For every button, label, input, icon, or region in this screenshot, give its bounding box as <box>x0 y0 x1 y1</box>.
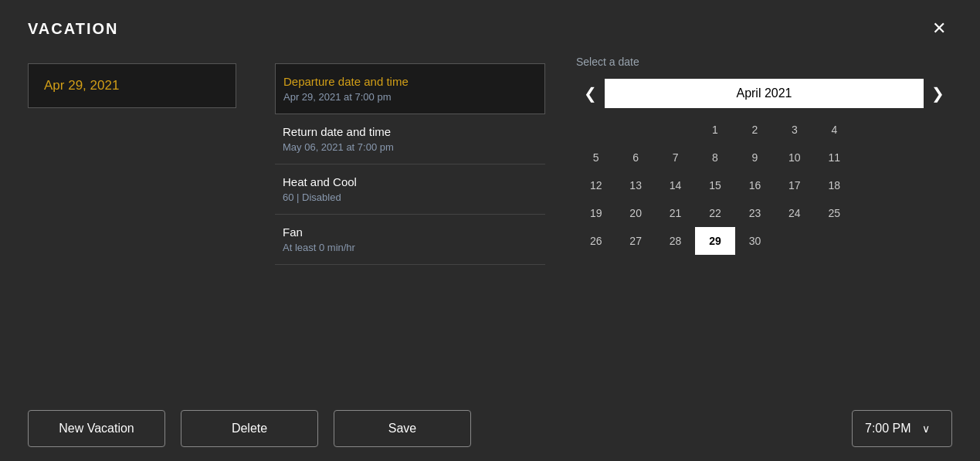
page-title: VACATION <box>28 20 118 38</box>
calendar-day[interactable]: 11 <box>815 144 854 171</box>
return-label: Return date and time <box>283 125 537 138</box>
calendar-day[interactable]: 20 <box>615 199 655 227</box>
app-container: VACATION ✕ Apr 29, 2021 Departure date a… <box>0 0 980 461</box>
calendar-day[interactable]: 8 <box>695 144 734 171</box>
calendar-day[interactable]: 1 <box>695 116 734 144</box>
calendar-day[interactable]: 2 <box>735 116 775 144</box>
heat-cool-label: Heat and Cool <box>283 175 537 188</box>
save-button[interactable]: Save <box>334 410 471 447</box>
calendar-day[interactable]: 30 <box>735 227 775 255</box>
heat-cool-item[interactable]: Heat and Cool 60 | Disabled <box>275 164 545 215</box>
calendar-day[interactable]: 22 <box>695 199 734 227</box>
return-value: May 06, 2021 at 7:00 pm <box>283 141 537 153</box>
time-value: 7:00 PM <box>865 422 911 436</box>
month-display: April 2021 <box>605 79 924 108</box>
footer: New Vacation Delete Save 7:00 PM ∨ <box>0 396 980 461</box>
calendar-day[interactable]: 16 <box>735 171 775 199</box>
return-item[interactable]: Return date and time May 06, 2021 at 7:0… <box>275 114 545 164</box>
calendar-day[interactable]: 21 <box>656 199 695 227</box>
calendar-day <box>576 116 615 144</box>
next-month-button[interactable]: ❯ <box>924 81 952 106</box>
calendar-day[interactable]: 12 <box>576 171 615 199</box>
calendar-day[interactable]: 13 <box>615 171 655 199</box>
calendar-day[interactable]: 29 <box>695 227 734 255</box>
header: VACATION ✕ <box>0 0 980 48</box>
calendar-day[interactable]: 15 <box>695 171 734 199</box>
departure-value: Apr 29, 2021 at 7:00 pm <box>283 91 537 103</box>
fan-value: At least 0 min/hr <box>283 242 537 253</box>
calendar-panel: Select a date ❮ April 2021 ❯ 12345678910… <box>545 56 952 396</box>
calendar-day[interactable]: 24 <box>775 199 814 227</box>
calendar-nav: ❮ April 2021 ❯ <box>576 79 952 108</box>
calendar-day[interactable]: 10 <box>775 144 814 171</box>
calendar-day <box>656 116 695 144</box>
fan-item[interactable]: Fan At least 0 min/hr <box>275 215 545 265</box>
prev-month-button[interactable]: ❮ <box>576 81 605 106</box>
chevron-down-icon: ∨ <box>922 422 930 435</box>
calendar-day[interactable]: 9 <box>735 144 775 171</box>
calendar-day[interactable]: 26 <box>576 227 615 255</box>
calendar-day[interactable]: 5 <box>576 144 615 171</box>
calendar-day <box>775 227 814 255</box>
close-button[interactable]: ✕ <box>926 17 952 40</box>
heat-cool-value: 60 | Disabled <box>283 192 537 203</box>
calendar-day[interactable]: 18 <box>815 171 854 199</box>
calendar-day <box>615 116 655 144</box>
selected-date-box[interactable]: Apr 29, 2021 <box>28 63 236 108</box>
calendar-day[interactable]: 23 <box>735 199 775 227</box>
select-date-label: Select a date <box>576 56 952 68</box>
calendar-day[interactable]: 28 <box>656 227 695 255</box>
middle-panel: Departure date and time Apr 29, 2021 at … <box>267 56 545 396</box>
calendar-day[interactable]: 17 <box>775 171 814 199</box>
calendar-day[interactable]: 3 <box>775 116 814 144</box>
departure-label: Departure date and time <box>283 75 537 88</box>
calendar-day[interactable]: 4 <box>815 116 854 144</box>
calendar-day[interactable]: 14 <box>656 171 695 199</box>
calendar-day[interactable]: 7 <box>656 144 695 171</box>
calendar-day[interactable]: 27 <box>615 227 655 255</box>
departure-item[interactable]: Departure date and time Apr 29, 2021 at … <box>275 63 545 114</box>
new-vacation-button[interactable]: New Vacation <box>28 410 165 447</box>
fan-label: Fan <box>283 225 537 239</box>
left-panel: Apr 29, 2021 <box>28 56 267 396</box>
calendar-day[interactable]: 19 <box>576 199 615 227</box>
calendar-grid: 1234567891011121314151617181920212223242… <box>576 116 854 255</box>
calendar-day[interactable]: 6 <box>615 144 655 171</box>
main-content: Apr 29, 2021 Departure date and time Apr… <box>0 48 980 396</box>
calendar-day[interactable]: 25 <box>815 199 854 227</box>
delete-button[interactable]: Delete <box>181 410 318 447</box>
time-dropdown[interactable]: 7:00 PM ∨ <box>852 410 952 447</box>
